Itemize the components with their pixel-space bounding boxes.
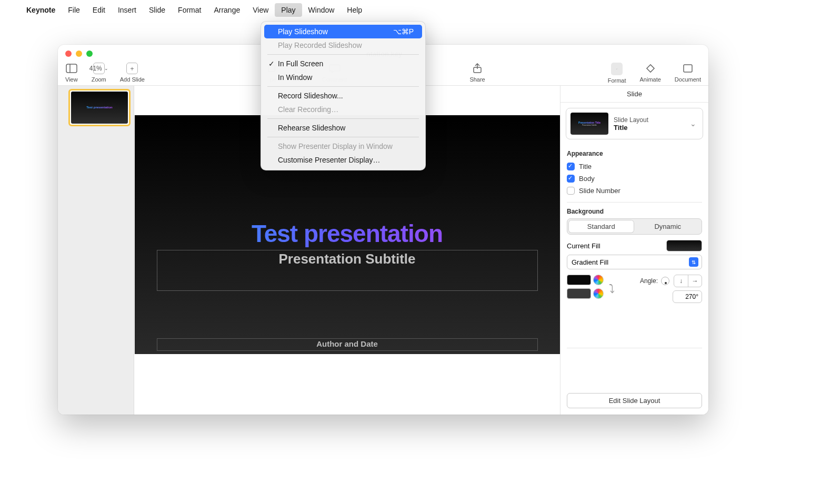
- toolbar-share-group: Share: [469, 63, 485, 83]
- brush-icon: [611, 63, 623, 75]
- menu-separator: [267, 86, 419, 87]
- angle-controls: Angle: ↓ → 270°: [640, 275, 702, 303]
- current-fill-swatch[interactable]: [666, 240, 702, 251]
- color-swatch-gray[interactable]: [567, 288, 591, 299]
- menu-item-label: In Window: [278, 73, 312, 82]
- appearance-title-row[interactable]: Title: [567, 160, 702, 173]
- menu-item-show-presenter: Show Presenter Display in Window: [264, 139, 422, 153]
- menu-slide[interactable]: Slide: [143, 3, 172, 17]
- menu-window[interactable]: Window: [302, 3, 341, 17]
- toolbar-animate-button[interactable]: Animate: [640, 63, 661, 84]
- appearance-body-row[interactable]: Body: [567, 173, 702, 185]
- appearance-slidenum-row[interactable]: Slide Number: [567, 185, 702, 197]
- toolbar-format-button[interactable]: Format: [608, 63, 626, 84]
- inspector-tab-slide[interactable]: Slide: [560, 86, 708, 103]
- menu-separator: [267, 54, 419, 55]
- slide-thumbnail[interactable]: Test presentation: [68, 89, 131, 126]
- checkbox-slide-number[interactable]: [567, 187, 575, 195]
- toolbar-label: Animate: [640, 76, 661, 83]
- angle-value-field[interactable]: 270°: [673, 290, 702, 303]
- slide-thumbnail-preview: Test presentation: [71, 92, 128, 124]
- swap-stops-icon[interactable]: ⤵: [609, 282, 615, 296]
- gradient-controls: ⤵ Angle: ↓ → 270°: [567, 275, 702, 303]
- menu-item-in-window[interactable]: In Window: [264, 70, 422, 84]
- svg-rect-0: [66, 64, 77, 73]
- background-mode-segment[interactable]: Standard Dynamic: [567, 218, 702, 235]
- slide-layout-picker[interactable]: Presentation Title Presentation Subtitle…: [566, 108, 703, 139]
- arrow-right-button[interactable]: →: [688, 275, 702, 287]
- checkbox-label: Body: [579, 175, 595, 183]
- menu-view[interactable]: View: [246, 3, 275, 17]
- toolbar-document-button[interactable]: Document: [675, 63, 701, 84]
- edit-slide-layout-button[interactable]: Edit Slide Layout: [567, 393, 702, 408]
- menu-format[interactable]: Format: [172, 3, 207, 17]
- layout-thumbnail: Presentation Title Presentation Subtitle: [570, 113, 608, 135]
- menu-item-customise-presenter[interactable]: Customise Presenter Display…: [264, 153, 422, 167]
- fill-type-select[interactable]: Gradient Fill ⇅: [567, 255, 702, 269]
- toolbar-zoom-button[interactable]: 41% ⌄ Zoom: [92, 63, 106, 83]
- menu-item-label: Customise Presenter Display…: [278, 156, 381, 164]
- checkbox-body[interactable]: [567, 175, 575, 183]
- zoom-window-button[interactable]: [86, 51, 93, 57]
- menu-item-shortcut: ⌥⌘P: [393, 27, 414, 36]
- close-window-button[interactable]: [65, 51, 72, 57]
- menu-item-label: Rehearse Slideshow: [278, 124, 345, 132]
- appearance-heading: Appearance: [567, 150, 702, 157]
- segment-standard[interactable]: Standard: [568, 220, 634, 233]
- arrow-down-button[interactable]: ↓: [674, 275, 688, 287]
- toolbar-right-group: Format Animate Document: [608, 63, 701, 84]
- angle-label-text: Angle:: [640, 277, 658, 285]
- menu-item-record-slideshow[interactable]: Record Slideshow...: [264, 89, 422, 103]
- menu-separator: [267, 118, 419, 119]
- toolbar-add-slide-button[interactable]: ＋ Add Slide: [120, 63, 145, 83]
- app-name[interactable]: Keynote: [20, 3, 62, 17]
- toolbar-view-button[interactable]: View: [65, 63, 78, 83]
- minimize-window-button[interactable]: [76, 51, 82, 57]
- menu-item-label: Play Slideshow: [278, 27, 328, 36]
- slide-footer-text[interactable]: Author and Date: [135, 339, 560, 348]
- angle-label: Angle:: [640, 277, 669, 285]
- menu-item-clear-recording: Clear Recording…: [264, 103, 422, 116]
- format-inspector: Slide Presentation Title Presentation Su…: [560, 86, 708, 415]
- toolbar-label: Add Slide: [120, 76, 145, 83]
- svg-rect-7: [684, 65, 692, 72]
- toolbar-label: Document: [675, 76, 701, 83]
- toolbar-share-button[interactable]: Share: [469, 63, 485, 83]
- checkbox-label: Title: [579, 163, 592, 170]
- menu-arrange[interactable]: Arrange: [207, 3, 246, 17]
- segment-dynamic[interactable]: Dynamic: [635, 220, 701, 233]
- zoom-value: 41%: [89, 65, 102, 72]
- menu-item-in-full-screen[interactable]: ✓ In Full Screen: [264, 57, 422, 70]
- section-divider: [567, 202, 702, 203]
- menu-play[interactable]: Play: [275, 3, 302, 17]
- slide-subtitle-text[interactable]: Presentation Subtitle: [135, 251, 560, 267]
- checkbox-label: Slide Number: [579, 187, 620, 195]
- checkbox-title[interactable]: [567, 163, 575, 170]
- menu-edit[interactable]: Edit: [86, 3, 112, 17]
- menu-item-rehearse-slideshow[interactable]: Rehearse Slideshow: [264, 121, 422, 135]
- menu-item-play-slideshow[interactable]: Play Slideshow ⌥⌘P: [264, 25, 422, 38]
- chevron-down-icon: ⌄: [104, 66, 108, 71]
- menu-file[interactable]: File: [62, 3, 86, 17]
- menu-help[interactable]: Help: [341, 3, 368, 17]
- gradient-stop-2[interactable]: [567, 288, 604, 299]
- color-wheel-icon[interactable]: [593, 288, 604, 299]
- share-icon: [472, 63, 483, 74]
- menu-item-label: In Full Screen: [278, 59, 323, 68]
- appearance-section: Appearance Title Body Slide Number Backg…: [560, 146, 708, 303]
- color-swatch-dark[interactable]: [567, 275, 591, 285]
- menu-item-label: Record Slideshow...: [278, 92, 343, 100]
- gradient-stop-1[interactable]: [567, 275, 604, 285]
- color-wheel-icon[interactable]: [593, 275, 604, 285]
- menu-insert[interactable]: Insert: [112, 3, 143, 17]
- slide-title-text[interactable]: Test presentation: [135, 219, 560, 248]
- chevron-down-icon: ⌄: [688, 117, 698, 130]
- menu-item-label: Play Recorded Slideshow: [278, 41, 362, 49]
- section-divider: [567, 348, 702, 348]
- current-fill-row: Current Fill: [567, 240, 702, 251]
- system-menu-bar: Keynote File Edit Insert Slide Format Ar…: [0, 0, 821, 20]
- angle-direction-buttons: ↓ →: [674, 275, 702, 287]
- menu-item-label: Clear Recording…: [278, 105, 338, 114]
- sidebar-icon: [66, 63, 77, 74]
- angle-dial[interactable]: [661, 277, 669, 285]
